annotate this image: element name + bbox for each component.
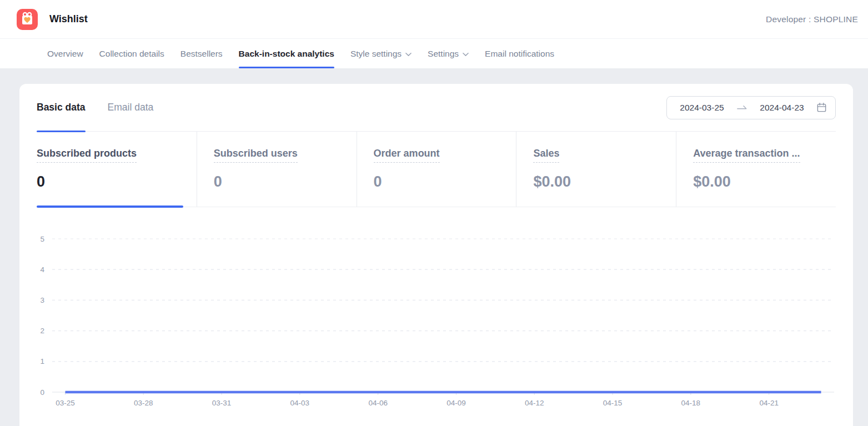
svg-text:04-03: 04-03 xyxy=(290,399,310,407)
line-chart: 01234503-2503-2803-3104-0304-0604-0904-1… xyxy=(37,207,836,426)
tab-email-data[interactable]: Email data xyxy=(108,84,154,132)
svg-text:04-15: 04-15 xyxy=(603,399,623,407)
stat-label: Subscribed products xyxy=(37,148,137,163)
tab-label: Email data xyxy=(108,102,154,113)
stat-subscribed-users[interactable]: Subscribed users 0 xyxy=(197,132,357,207)
nav-tab-label: Style settings xyxy=(350,49,402,59)
nav-tab-bestsellers[interactable]: Bestsellers xyxy=(180,39,223,68)
nav-tab-label: Settings xyxy=(428,49,459,59)
nav-tab-label: Overview xyxy=(47,49,83,59)
panel-tabs-row: Basic data Email data 2024-03-25 2024-04… xyxy=(37,84,836,132)
stat-label: Sales xyxy=(533,148,559,163)
chevron-down-icon xyxy=(405,52,412,57)
wishlist-gift-icon xyxy=(17,9,38,30)
svg-text:04-18: 04-18 xyxy=(681,399,701,407)
nav-tab-label: Bestsellers xyxy=(180,49,223,59)
stat-value: $0.00 xyxy=(693,173,836,191)
calendar-icon[interactable] xyxy=(816,102,827,113)
stat-label: Average transaction ... xyxy=(693,148,800,163)
end-date-input[interactable]: 2024-04-23 xyxy=(755,103,809,113)
nav-tab-settings[interactable]: Settings xyxy=(428,39,469,68)
nav-tab-collection-details[interactable]: Collection details xyxy=(99,39,164,68)
nav-tab-label: Collection details xyxy=(99,49,164,59)
svg-text:0: 0 xyxy=(40,388,44,397)
chevron-down-icon xyxy=(463,52,469,57)
stat-label: Subscribed users xyxy=(214,148,298,163)
date-range-picker[interactable]: 2024-03-25 2024-04-23 xyxy=(666,96,836,119)
stat-value: 0 xyxy=(214,173,357,191)
svg-text:04-21: 04-21 xyxy=(759,399,779,407)
stat-value: 0 xyxy=(374,173,516,191)
svg-text:5: 5 xyxy=(40,235,44,243)
tab-basic-data[interactable]: Basic data xyxy=(37,84,86,132)
stat-order-amount[interactable]: Order amount 0 xyxy=(357,132,516,207)
svg-text:2: 2 xyxy=(40,327,44,335)
svg-text:03-25: 03-25 xyxy=(56,399,75,407)
svg-text:03-28: 03-28 xyxy=(134,399,153,407)
svg-text:04-12: 04-12 xyxy=(525,399,544,407)
nav-tab-style-settings[interactable]: Style settings xyxy=(350,39,412,68)
main-nav: Overview Collection details Bestsellers … xyxy=(0,39,868,68)
svg-text:04-09: 04-09 xyxy=(446,399,466,407)
stats-row: Subscribed products 0 Subscribed users 0… xyxy=(37,132,836,207)
svg-text:3: 3 xyxy=(40,296,44,304)
nav-tab-label: Email notifications xyxy=(485,49,554,59)
tab-label: Basic data xyxy=(37,102,86,113)
stat-sales[interactable]: Sales $0.00 xyxy=(516,132,676,207)
nav-tab-email-notifications[interactable]: Email notifications xyxy=(485,39,554,68)
page: { "header": { "app_title": "Wishlist", "… xyxy=(0,0,868,426)
svg-text:04-06: 04-06 xyxy=(368,399,388,407)
nav-tab-overview[interactable]: Overview xyxy=(47,39,83,68)
nav-tab-back-in-stock-analytics[interactable]: Back-in-stock analytics xyxy=(239,39,334,68)
stat-label: Order amount xyxy=(374,148,440,163)
app-header: Wishlist Developer : SHOPLINE xyxy=(0,0,868,39)
nav-tab-label: Back-in-stock analytics xyxy=(239,49,334,59)
swap-right-arrow-icon xyxy=(736,104,747,111)
stat-subscribed-products[interactable]: Subscribed products 0 xyxy=(37,132,197,207)
stat-value: 0 xyxy=(37,173,197,191)
page-title: Wishlist xyxy=(49,13,88,25)
stat-value: $0.00 xyxy=(533,173,676,191)
stat-average-transaction[interactable]: Average transaction ... $0.00 xyxy=(676,132,836,207)
start-date-input[interactable]: 2024-03-25 xyxy=(675,103,729,113)
svg-text:03-31: 03-31 xyxy=(212,399,232,407)
analytics-card: Basic data Email data 2024-03-25 2024-04… xyxy=(19,84,853,426)
svg-text:1: 1 xyxy=(40,357,44,365)
svg-text:4: 4 xyxy=(40,265,44,274)
developer-label: Developer : SHOPLINE xyxy=(766,14,858,24)
